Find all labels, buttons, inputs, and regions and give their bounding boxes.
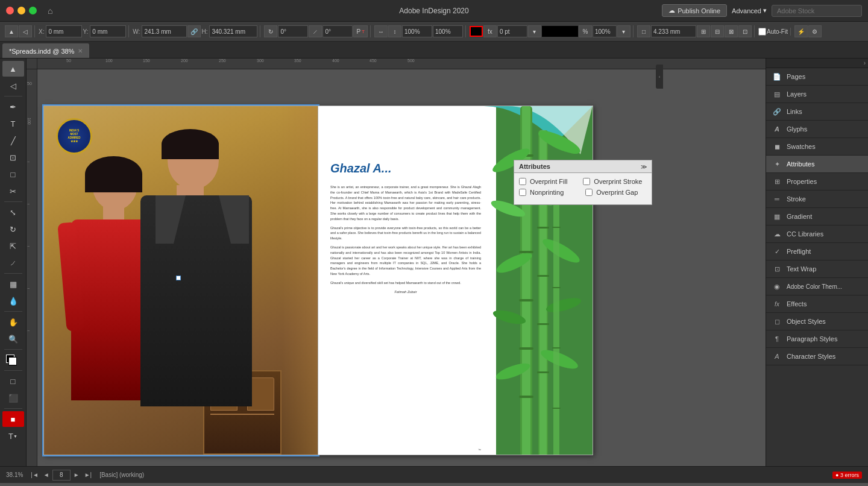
x-field[interactable] [46,25,82,37]
fit-value-field[interactable] [651,25,696,37]
hand-tool-btn[interactable]: ✋ [2,314,24,330]
overprint-stroke-checkbox[interactable] [583,178,590,185]
attributes-expand-btn[interactable]: ≫ [641,163,647,170]
stroke-dropdown[interactable]: ▾ [528,25,541,37]
overprint-fill-row: Overprint Fill Overprint Stroke [519,178,647,185]
effects-icon[interactable]: fx [483,25,497,37]
gradient-tool-btn[interactable]: ▦ [2,276,24,292]
shear-tool-btn[interactable]: ⟋ [2,255,24,271]
fit-options-2[interactable]: ⊟ [711,25,724,37]
prev-page-btn[interactable]: ◄ [42,472,51,478]
sidebar-item-adobe-color[interactable]: ◉ Adobe Color Them... [766,278,868,295]
shear-field[interactable] [322,25,353,37]
x-label: X: [39,28,44,35]
fill-stroke-indicator[interactable] [470,26,483,37]
sidebar-item-object-styles[interactable]: ◻ Object Styles [766,313,868,330]
fill-stroke-btn[interactable] [2,352,24,368]
scale-x-field[interactable] [402,25,432,37]
nonprinting-checkbox[interactable] [519,189,526,196]
overprint-fill-checkbox[interactable] [519,178,526,185]
stroke-weight-field[interactable] [497,25,527,37]
auto-fit-checkbox[interactable] [758,28,766,36]
first-page-btn[interactable]: |◄ [29,472,40,478]
auto-fit-toggle[interactable]: □ [637,25,650,37]
current-page-field[interactable] [52,470,71,481]
sidebar-item-stroke[interactable]: ═ Stroke [766,191,868,208]
fit-options-3[interactable]: ⊠ [725,25,738,37]
publish-online-button[interactable]: ☁ Publish Online [662,4,727,17]
zoom-tool-btn[interactable]: 🔍 [2,331,24,347]
adobe-color-icon: ◉ [772,282,782,291]
type-tools-btn[interactable]: T▼ [2,428,24,444]
free-transform-tool-btn[interactable]: ⤡ [2,204,24,220]
direct-selection-tool[interactable]: ◁ [19,25,32,37]
type-tool-btn[interactable]: T [2,116,24,131]
lightning-icon[interactable]: ⚡ [794,25,808,37]
search-input[interactable] [772,5,862,17]
opacity-icon[interactable]: % [579,25,592,37]
w-field[interactable] [142,25,187,37]
last-page-btn[interactable]: ►| [83,472,94,478]
sidebar-item-paragraph-styles[interactable]: ¶ Paragraph Styles [766,330,868,348]
opacity-field[interactable] [593,25,617,37]
sidebar-item-cc-libraries[interactable]: ☁ CC Libraries [766,226,868,243]
layers-label: Layers [787,90,807,98]
sidebar-item-links[interactable]: 🔗 Links [766,103,868,121]
shear-icon[interactable]: ⟋ [309,25,322,37]
next-page-btn[interactable]: ► [72,472,81,478]
normal-mode-btn[interactable]: □ [2,373,24,389]
y-field[interactable] [90,25,126,37]
rotate-tool-btn[interactable]: ↻ [2,221,24,237]
home-icon[interactable]: ⌂ [48,6,52,16]
selection-tool[interactable]: ▲ [5,25,18,37]
sidebar-item-attributes[interactable]: ✦ Attributes [766,156,868,173]
rectangle-frame-tool-btn[interactable]: ⊡ [2,150,24,165]
overprint-gap-checkbox[interactable] [585,189,593,196]
error-badge[interactable]: ● 3 errors [832,472,862,479]
constrain-proportions-button[interactable]: 🔗 [187,25,201,37]
sidebar-item-character-styles[interactable]: A Character Styles [766,348,868,365]
fit-options-1[interactable]: ⊞ [697,25,710,37]
sidebar-item-effects[interactable]: fx Effects [766,295,868,313]
close-button[interactable] [6,7,14,14]
canvas-area[interactable]: 50 100 150 200 250 300 350 400 450 500 5… [27,58,766,466]
scale-tool-btn[interactable]: ⇱ [2,238,24,254]
sidebar-item-gradient[interactable]: ▦ Gradient [766,208,868,226]
attributes-panel: Attributes ≫ Overprint Fill Overprint St… [514,160,652,205]
tab-close-icon[interactable]: ✕ [78,48,83,54]
line-tool-btn[interactable]: ╱ [2,133,24,148]
pen-tool-btn[interactable]: ✒ [2,99,24,115]
flip-h-icon[interactable]: ↔ [374,25,388,37]
opacity-dropdown[interactable]: ▾ [617,25,631,37]
h-field[interactable] [209,25,257,37]
eyedropper-tool-btn[interactable]: 💧 [2,293,24,309]
scale-y-field[interactable] [433,25,463,37]
sidebar-item-pages[interactable]: 📄 Pages [766,68,868,86]
sidebar-item-swatches[interactable]: ◼ Swatches [766,138,868,156]
minimize-button[interactable] [17,7,25,14]
sidebar-item-layers[interactable]: ▤ Layers [766,86,868,103]
transform-dropdown[interactable]: PT [353,25,368,37]
scale-group: ↔ ↕ [372,25,466,37]
advanced-button[interactable]: Advanced ▾ [732,7,767,14]
selection-tool-btn[interactable]: ▲ [2,61,24,77]
fit-options-4[interactable]: ⊡ [738,25,752,37]
rotation-field[interactable] [278,25,308,37]
panel-collapse-right-btn[interactable]: › [864,60,866,66]
direct-select-tool-btn[interactable]: ◁ [2,78,24,93]
sidebar-item-preflight[interactable]: ✓ Preflight [766,243,868,260]
scissors-tool-btn[interactable]: ✂ [2,183,24,199]
sidebar-item-text-wrap[interactable]: ⊡ Text Wrap [766,260,868,278]
handle-mid-left[interactable] [176,276,181,280]
flip-v-icon[interactable]: ↕ [388,25,401,37]
rectangle-tool-btn[interactable]: □ [2,166,24,182]
sidebar-item-glyphs[interactable]: A Glyphs [766,121,868,138]
document-tab[interactable]: *Spreads.indd @ 38% ✕ [2,43,89,58]
settings-icon[interactable]: ⚙ [808,25,822,37]
maximize-button[interactable] [29,7,37,14]
preview-mode-btn[interactable]: ⬛ [2,390,24,406]
sidebar-item-properties[interactable]: ⊞ Properties [766,173,868,191]
rotation-icon[interactable]: ↻ [264,25,277,37]
swatch-r-btn[interactable]: ■ [2,411,24,427]
panel-collapse-btn[interactable]: ‹ [656,65,663,89]
